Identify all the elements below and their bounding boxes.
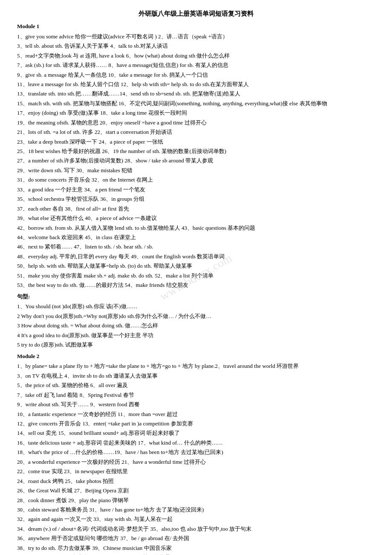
list-item: 29、write down sth. 写下 30、make mistakes 犯… [17, 166, 375, 175]
list-item: 10、a fantastic experience 一次奇妙的经历 11、mor… [17, 410, 375, 419]
list-item: 18、what's the price of …什么的价格……19、have /… [17, 448, 375, 457]
list-item: 5 try to do (原形)sth. 试图做某事 [17, 340, 375, 349]
list-item: 33、a good idea 一个好主意 34、a pen friend 一个笔… [17, 185, 375, 194]
list-item: 7、take off 起飞 land 着陆 8、Spring Festival … [17, 390, 375, 399]
list-item: 15、match sth. with sth. 把某物与某物搭配 16、不定代词… [17, 99, 375, 108]
list-item: 38、try to do sth. 尽力去做某事 39、Chinese musi… [17, 543, 375, 552]
list-item: 25、18 best wishes 给予最好的祝愿 26、19 the numb… [17, 147, 375, 156]
list-item: 9、give sb. a message 给某人一条信息 10、take a m… [17, 70, 375, 79]
list-item: 12、give concerts 开音乐会 13、enter( =take pa… [17, 419, 375, 428]
list-item: 26、the Great Wall 长城 27、Beijing Opera 京剧 [17, 486, 375, 495]
list-item: 23、take a deep breath 深呼吸一下 24、a piece o… [17, 137, 375, 146]
list-item: 1、give you some advice 给你一些建议(advice 不可数… [17, 32, 375, 41]
list-item: 4 It's a good idea to do(原形)sth. 做某事是一个好… [17, 331, 375, 340]
list-item: 14、sell out 卖光 15、sound brilliant sound+… [17, 428, 375, 437]
list-item: 7、ask (sb.) for sth. 请求某人获得…… 8、have a m… [17, 61, 375, 69]
sentences1-title: 句型: [17, 292, 375, 301]
list-item: 34、dream (v.) of / about+名词/ 代词或动名词: 梦想关… [17, 524, 375, 533]
list-item: 3、on TV 在电视上 4、invite sb to do sth 邀请某人去… [17, 371, 375, 380]
module2-title: Module 2 [17, 352, 375, 361]
list-item: 27、a number of sth.许多某物(后接动词复数) 28、show … [17, 156, 375, 165]
list-item: 39、what else 还有其他什么 40、a piece of advice… [17, 214, 375, 223]
list-item: 3、tell sb. about sth. 告诉某人关于某事 4、talk to… [17, 41, 375, 50]
list-item: 37、each other 各自 38、first of all= at fir… [17, 204, 375, 213]
list-item: 30、cabin steward 客舱乘务员 31、have / has gon… [17, 505, 375, 514]
list-item: 5、read+文字类物;look 与 at 连用, have a look 6、… [17, 51, 375, 60]
list-item: 3 How about doing sth. = What about doin… [17, 321, 375, 330]
list-item: 31、do some concerts 开音乐会 32、on the Inter… [17, 175, 375, 184]
list-item: 1、by plane= take a plane fly to + 地方=tak… [17, 361, 375, 370]
list-item: 44、welcome back 欢迎回来 45、in class 在课堂上 [17, 233, 375, 242]
list-item: 2 Why don't you do(原形)sth.=Why not(原形)do… [17, 312, 375, 321]
list-item: 35、school orchestra 学校管弦乐队 36、in groups … [17, 194, 375, 203]
list-item: 24、roast duck 烤鸭 25、take photos 拍照 [17, 477, 375, 486]
list-item: 40、How many times…多少次…… 42、the first pri… [17, 553, 375, 555]
list-item: 36、anywhere 用于否定或疑问句 哪些地方 37、be / go abr… [17, 534, 375, 543]
list-item: 42、borrow sth. from sb. 从某人借入某物 lend sth… [17, 223, 375, 232]
list-item: 46、next to 紧邻着…… 47、listen to sth. / sb.… [17, 242, 375, 251]
list-item: 13、translate sth. into sth.把……翻译成……14、se… [17, 89, 375, 98]
list-item: 5、the price of sth. 某物的价格 6、all over 遍及 [17, 381, 375, 390]
list-item: 11、leave a message for sb. 给某人留个口信 12、he… [17, 80, 375, 89]
list-item: 48、everyday adj. 平常的,日常的 every day 每天 49… [17, 252, 375, 261]
list-item: 20、a wonderful experience 一次极好的经历 21、hav… [17, 457, 375, 466]
page-title: 外研版八年级上册英语单词短语复习资料 [17, 9, 375, 19]
list-item: 51、make you shy 使你害羞 make sb.+ adj. make… [17, 271, 375, 280]
list-item: 28、cook dinner 煮饭 29、play the piano 弹钢琴 [17, 496, 375, 505]
list-item: 32、again and again 一次又一次 33、stay with sb… [17, 515, 375, 523]
list-item: 19、the meaning ofsth. 某物的意思 20、enjoy one… [17, 118, 375, 127]
list-item: 1、You should (not )do(原形) sth.你应 该(不)做…… [17, 302, 375, 311]
list-item: 50、help sb. with sth. 帮助某人做某事=help sb. (… [17, 261, 375, 270]
list-item: 16、taste delicious taste + adj.形容词 尝起来美味… [17, 438, 375, 447]
list-item: 21、lots of sth. =a lot of sth. 许多 22、sta… [17, 127, 375, 136]
module1-title: Module 1 [17, 22, 375, 31]
list-item: 53、the best way to do sth. 做……的最好方法 54、m… [17, 280, 375, 289]
sentences1-content: 1、You should (not )do(原形) sth.你应 该(不)做……… [17, 302, 375, 349]
module1-content: 1、give you some advice 给你一些建议(advice 不可数… [17, 32, 375, 290]
list-item: 9、write about sth. 写关于…… 9、western food … [17, 400, 375, 409]
module2-content: 1、by plane= take a plane fly to + 地方=tak… [17, 361, 375, 555]
list-item: 17、enjoy (doing) sth 享受(做)某事 18、take a l… [17, 108, 375, 117]
list-item: 22、come true 实现 23、in newspaper 在报纸里 [17, 467, 375, 476]
